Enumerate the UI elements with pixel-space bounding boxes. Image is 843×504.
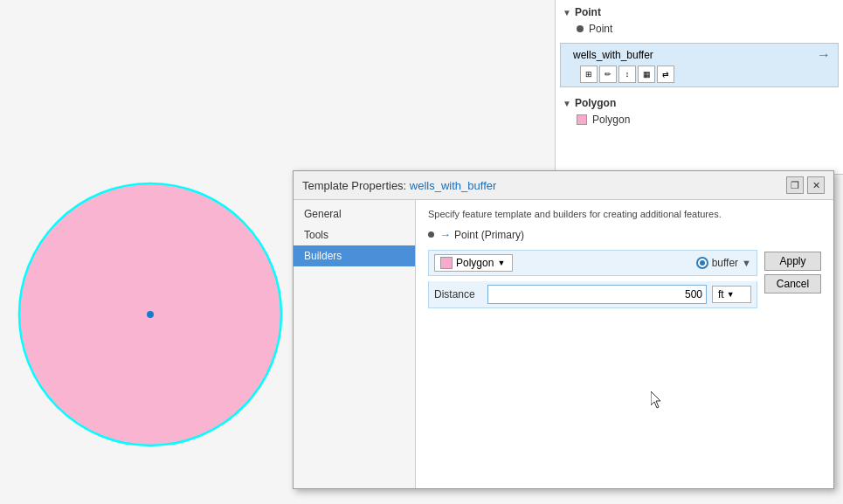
- sidebar-item-general[interactable]: General: [294, 204, 415, 224]
- wells-arrow-icon[interactable]: →: [817, 47, 831, 63]
- point-section: ▼ Point Point: [556, 0, 843, 40]
- polygon-layer-label: Polygon: [592, 114, 630, 126]
- dialog-title-prefix: Template Properties:: [302, 179, 410, 192]
- pencil-tool-icon[interactable]: ✏: [599, 66, 617, 83]
- point-section-header: ▼ Point: [556, 3, 843, 21]
- polygon-swatch-small: [577, 114, 587, 125]
- polygon-select-arrow: ▼: [497, 259, 505, 267]
- sidebar-item-builders[interactable]: Builders: [294, 245, 415, 266]
- point-bullet: [577, 25, 584, 32]
- dialog-title-name: wells_with_buffer: [410, 179, 496, 192]
- point-layer-item: Point: [556, 21, 843, 37]
- map-circle: [13, 170, 288, 459]
- dialog-restore-button[interactable]: ❐: [786, 176, 804, 194]
- point-primary-label: Point (Primary): [454, 229, 524, 241]
- polygon-type-select[interactable]: Polygon ▼: [434, 254, 513, 272]
- apply-button[interactable]: Apply: [764, 252, 821, 271]
- layers-panel: ▼ Point Point wells_with_buffer → ⊞ ✏ ↕ …: [555, 0, 843, 175]
- unit-select[interactable]: ft ▼: [712, 286, 751, 303]
- dialog-description: Specify feature template and builders fo…: [428, 209, 821, 219]
- dialog-title: Template Properties: wells_with_buffer: [302, 179, 496, 192]
- distance-row: Distance ft ▼: [428, 281, 757, 308]
- point-primary-bullet: [428, 231, 434, 238]
- action-buttons: Apply Cancel: [764, 250, 821, 308]
- point-layer-label: Point: [589, 23, 612, 35]
- dialog-sidebar: General Tools Builders: [294, 200, 416, 488]
- builders-label: Builders: [304, 250, 342, 262]
- svg-point-1: [147, 311, 154, 318]
- dialog-titlebar: Template Properties: wells_with_buffer ❐…: [294, 171, 833, 200]
- buffer-dropdown-arrow[interactable]: ▼: [742, 258, 751, 268]
- grid-tool-icon[interactable]: ⊞: [580, 66, 598, 83]
- cancel-button[interactable]: Cancel: [764, 274, 821, 293]
- close-icon: ✕: [812, 180, 820, 191]
- wells-layer-label: wells_with_buffer: [573, 49, 653, 61]
- polygon-color-swatch: [440, 257, 453, 269]
- wells-layer-item[interactable]: wells_with_buffer → ⊞ ✏ ↕ ▦ ⇄: [560, 43, 839, 87]
- unit-label: ft: [718, 288, 724, 300]
- dialog-body: General Tools Builders Specify feature t…: [294, 200, 833, 488]
- table-tool-icon[interactable]: ▦: [638, 66, 655, 83]
- polygon-section-label: Polygon: [575, 97, 616, 109]
- point-section-label: Point: [575, 6, 601, 18]
- sidebar-item-tools[interactable]: Tools: [294, 224, 415, 245]
- tools-label: Tools: [304, 229, 328, 241]
- distance-input[interactable]: [487, 285, 707, 304]
- dialog-content: Specify feature template and builders fo…: [416, 200, 833, 488]
- distance-label: Distance: [434, 288, 482, 300]
- general-label: General: [304, 208, 342, 220]
- buffer-radio-group: buffer ▼: [696, 257, 751, 269]
- ruler-tool-icon[interactable]: ↕: [618, 66, 636, 83]
- arrow-tool-icon[interactable]: ⇄: [657, 66, 674, 83]
- point-primary-row: → Point (Primary): [428, 228, 821, 241]
- collapse-arrow-point: ▼: [563, 8, 571, 17]
- template-properties-dialog: Template Properties: wells_with_buffer ❐…: [293, 170, 834, 489]
- polygon-type-label: Polygon: [456, 257, 494, 269]
- point-arrow-icon: →: [439, 228, 451, 241]
- builder-type-row: Polygon ▼ buffer ▼: [428, 250, 757, 276]
- content-empty-area: [428, 308, 821, 483]
- buffer-radio-button[interactable]: [696, 257, 708, 269]
- dialog-close-button[interactable]: ✕: [807, 176, 825, 194]
- restore-icon: ❐: [791, 180, 799, 191]
- polygon-layer-item: Polygon: [556, 112, 843, 128]
- buffer-label: buffer: [712, 257, 738, 269]
- dialog-controls: ❐ ✕: [786, 176, 825, 194]
- polygon-section: ▼ Polygon Polygon: [556, 91, 843, 131]
- collapse-arrow-polygon: ▼: [563, 99, 571, 108]
- unit-dropdown-arrow: ▼: [727, 290, 735, 299]
- polygon-section-header: ▼ Polygon: [556, 94, 843, 112]
